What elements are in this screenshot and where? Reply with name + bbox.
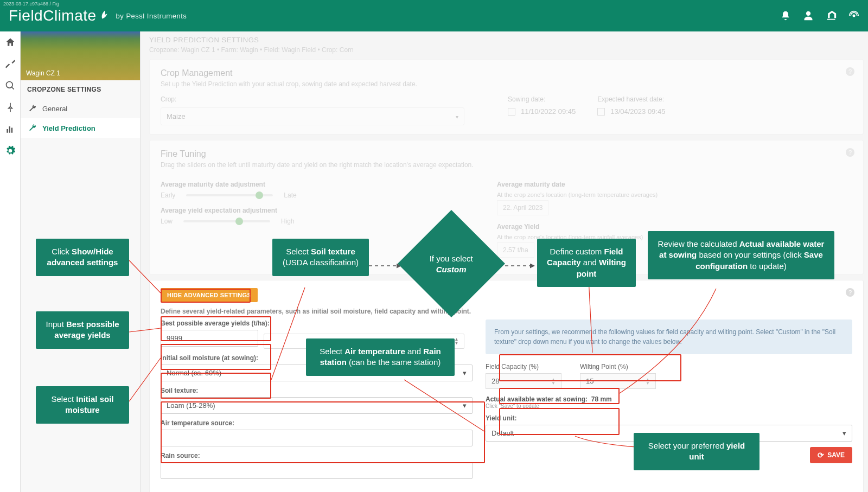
callout-best-yields: Input Best possible average yields (36, 311, 129, 349)
slider-max-label: High (281, 218, 295, 225)
breadcrumb: Cropzone: Wagin CZ 1 • Farm: Wagin • Fie… (149, 46, 864, 54)
wp-value: 15 (586, 377, 593, 385)
callout-yield-unit: Select your preferred yield unit (634, 433, 760, 470)
cropzone-thumbnail[interactable]: Wagin CZ 1 (21, 31, 140, 80)
maturity-adj-label: Average maturity date adjustment (161, 181, 464, 188)
app-header: 2023-03-17.c97a466 / Fig FieldClimate by… (0, 0, 868, 31)
sowing-value: 11/10/2022 09:45 (521, 107, 576, 116)
sidebar-item-yield-prediction[interactable]: Yield Prediction (21, 118, 140, 138)
fc-value: 28 (492, 377, 499, 385)
gear-icon[interactable] (5, 145, 16, 156)
sidebar-section-title: CROPZONE SETTINGS (21, 80, 140, 99)
advanced-desc: Define several yield-related parameters,… (161, 308, 852, 315)
card-title: Fine Tuning (161, 149, 852, 159)
crop-management-card: ? Crop Management Set up the Yield Predi… (149, 59, 864, 135)
harvest-label: Expected harvest date: (597, 95, 665, 103)
crop-label: Crop: (161, 95, 486, 103)
user-icon[interactable] (803, 10, 814, 21)
home-icon[interactable] (5, 37, 16, 48)
maturity-date-title: Average maturity date (497, 181, 658, 188)
pin-icon[interactable] (5, 102, 16, 113)
callout-advanced: Click Show/Hide advanced settings (36, 239, 129, 276)
globe-search-icon[interactable] (5, 80, 16, 91)
field-capacity-input[interactable]: 28▲▼ (486, 373, 561, 389)
wilting-point-label: Wilting Point (%) (580, 363, 656, 370)
calendar-icon (597, 108, 605, 116)
app-logo: FieldClimate by Pessl Instruments (9, 7, 187, 24)
sowing-label: Sowing date: (508, 95, 576, 103)
callout-ism: Select Initial soil moisture (36, 386, 129, 424)
brand-name: FieldClimate (9, 7, 97, 24)
svg-point-1 (6, 82, 12, 88)
callout-fc-wp: Define custom Field Capacity and Wilting… (537, 239, 636, 287)
svg-point-0 (853, 15, 856, 17)
cropzone-name: Wagin CZ 1 (26, 69, 60, 77)
tools-icon[interactable] (5, 59, 16, 69)
air-source-input[interactable] (161, 430, 473, 446)
soil-texture-label: Soil texture: (161, 387, 473, 394)
yield-slider[interactable] (183, 220, 270, 222)
help-icon[interactable]: ? (846, 148, 854, 157)
yield-adj-label: Average yield expectation adjustment (161, 207, 464, 214)
sidebar-item-general[interactable]: General (21, 99, 140, 118)
recommendation-info: From your settings, we recommend the fol… (486, 320, 852, 354)
harvest-date-field[interactable]: 13/04/2023 09:45 (597, 107, 665, 116)
help-icon[interactable]: ? (846, 288, 854, 297)
save-button[interactable]: SAVE (810, 447, 852, 463)
slider-min-label: Low (161, 218, 173, 225)
card-subtitle: Drag the sliders on the left until matur… (161, 161, 852, 169)
leaf-icon (99, 10, 111, 22)
sowing-date-field[interactable]: 11/10/2022 09:45 (508, 107, 576, 116)
field-capacity-label: Field Capacity (%) (486, 363, 561, 370)
maturity-date-value: 22. April 2023 (497, 200, 548, 215)
bell-icon[interactable] (780, 10, 791, 21)
avg-yield-value: 2.57 t/ha (497, 242, 534, 258)
best-yields-input[interactable] (161, 330, 258, 347)
callout-sources: Select Air temperature and Rain station … (306, 338, 455, 376)
left-rail (0, 31, 21, 492)
soil-value: Loam (15-28%) (167, 401, 215, 410)
calendar-icon (508, 108, 515, 116)
yield-unit-label: Yield unit: (486, 414, 852, 422)
callout-aaw: Review the calculated Actual available w… (648, 231, 834, 279)
maturity-date-sub: At the crop zone's location (long-term t… (497, 191, 658, 198)
crop-value: Maize (167, 112, 186, 120)
actual-available-water: Actual available water at sowing: 78 mm (486, 395, 852, 403)
soil-texture-select[interactable]: Loam (15-28%)▾ (161, 397, 473, 414)
crop-select[interactable]: Maize (161, 107, 464, 125)
rain-source-label: Rain source: (161, 452, 473, 459)
wrench-icon (28, 124, 37, 132)
maturity-slider[interactable] (186, 194, 273, 196)
rain-source-input[interactable] (161, 462, 473, 479)
slider-min-label: Early (161, 191, 175, 199)
save-hint: Click "Save" to update (486, 403, 852, 409)
build-tag: 2023-03-17.c97a466 / Fig (3, 1, 59, 7)
card-title: Crop Management (161, 68, 852, 78)
hide-advanced-button[interactable]: HIDE ADVANCED SETTINGS (161, 288, 258, 302)
callout-soil-texture: Select Soil texture (USDA classification… (272, 239, 369, 276)
wilting-point-input[interactable]: 15▲▼ (580, 373, 656, 389)
yu-value: Default (492, 429, 514, 437)
brand-sub: by Pessl Instruments (116, 12, 187, 20)
page-title: YIELD PREDICTION SETTINGS (149, 36, 864, 44)
farm-icon[interactable] (826, 10, 837, 21)
sidebar-item-label: General (42, 105, 67, 113)
avg-yield-title: Average Yield (497, 223, 658, 231)
help-icon[interactable]: ? (846, 67, 854, 76)
air-source-label: Air temperature source: (161, 419, 473, 427)
card-subtitle: Set up the Yield Prediction with your ac… (161, 80, 852, 88)
harvest-value: 13/04/2023 09:45 (610, 107, 665, 116)
wrench-icon (28, 104, 37, 113)
chart-icon[interactable] (5, 124, 16, 135)
slider-max-label: Late (284, 191, 296, 199)
broadcast-icon[interactable] (848, 10, 859, 21)
sidebar-item-label: Yield Prediction (42, 124, 95, 132)
header-actions (780, 10, 859, 21)
best-yields-label: Best possible average yields (t/ha): (161, 320, 473, 327)
